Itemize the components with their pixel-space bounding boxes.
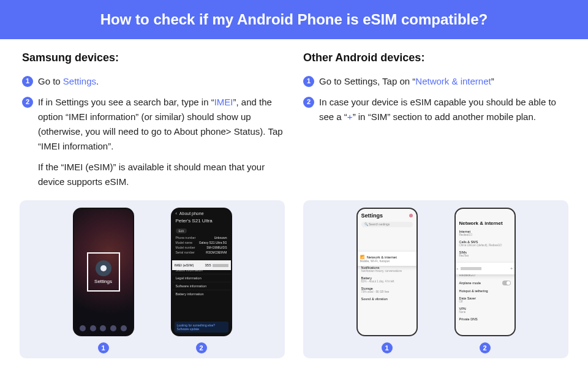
screenshot-badge: 2 — [480, 342, 491, 353]
network-internet-link[interactable]: Network & internet — [415, 76, 491, 86]
step-number-badge: 2 — [22, 97, 33, 108]
screenshot-badge: 1 — [382, 342, 393, 353]
settings-link[interactable]: Settings — [63, 76, 96, 86]
other-step-2: 2 In case your device is eSIM capable yo… — [303, 95, 566, 124]
airplane-toggle-icon — [502, 281, 511, 285]
other-panel: Settings 🔍 Search settings 📶Network & in… — [303, 200, 568, 358]
samsung-phone-about: ‹About phone Peter's S21 Ultra Edit Phon… — [171, 208, 232, 336]
android-phone-settings: Settings 🔍 Search settings 📶Network & in… — [356, 208, 418, 336]
android-phone-network: Network & internet InternetRedteaGO Call… — [454, 208, 516, 336]
screenshot-badge: 2 — [196, 342, 207, 353]
other-heading: Other Android devices: — [303, 51, 566, 64]
samsung-heading: Samsung devices: — [22, 51, 285, 64]
step-number-badge: 1 — [22, 76, 33, 87]
samsung-panel: Settings 1 ‹About phone Peter's S21 Ultr… — [20, 200, 285, 358]
samsung-column: Samsung devices: 1 Go to Settings. 2 If … — [22, 51, 285, 195]
instructions: Samsung devices: 1 Go to Settings. 2 If … — [0, 39, 588, 200]
imei-link[interactable]: IMEI — [214, 97, 233, 107]
back-icon: ‹ — [176, 211, 177, 216]
settings-app-icon: Settings — [89, 255, 118, 289]
samsung-step-1: 1 Go to Settings. — [22, 74, 285, 89]
search-settings-input: 🔍 Search settings — [361, 222, 413, 227]
network-internet-highlight: 📶Network & internetMobile, Wi-Fi, hotspo… — [356, 252, 418, 266]
other-step-1: 1 Go to Settings, Tap on “Network & inte… — [303, 74, 566, 89]
edit-button: Edit — [176, 228, 187, 233]
page-title: How to check if my Android Phone is eSIM… — [0, 0, 588, 39]
samsung-step-2: 2 If in Settings you see a search bar, t… — [22, 95, 285, 189]
screenshot-panels: Settings 1 ‹About phone Peter's S21 Ultr… — [0, 200, 588, 358]
avatar-icon — [409, 214, 413, 217]
gear-icon — [96, 260, 111, 276]
plus-icon: + — [510, 266, 513, 271]
step-number-badge: 1 — [303, 76, 314, 87]
imei-esim-highlight: IMEI (eSIM) 355 — [171, 260, 232, 270]
other-column: Other Android devices: 1 Go to Settings,… — [303, 51, 566, 195]
samsung-phone-settings: Settings — [73, 208, 134, 336]
sims-plus-highlight: ▫ + — [454, 263, 516, 274]
plus-link[interactable]: + — [347, 111, 353, 122]
step-number-badge: 2 — [303, 97, 314, 108]
screenshot-badge: 1 — [98, 342, 109, 353]
